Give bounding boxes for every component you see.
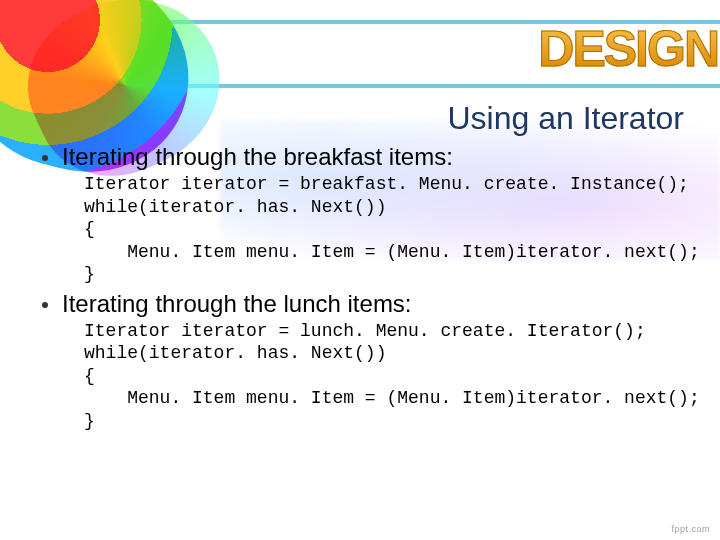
code-line: Menu. Item menu. Item = (Menu. Item)iter…: [84, 242, 700, 262]
code-line: }: [84, 411, 95, 431]
slide: DESIGN Using an Iterator Iterating throu…: [0, 0, 720, 540]
bullet-text: Iterating through the breakfast items:: [62, 143, 453, 171]
code-line: Iterator iterator = lunch. Menu. create.…: [84, 321, 646, 341]
code-line: }: [84, 264, 95, 284]
bullet-dot-icon: [42, 302, 48, 308]
code-line: Menu. Item menu. Item = (Menu. Item)iter…: [84, 388, 700, 408]
slide-title: Using an Iterator: [36, 100, 684, 137]
list-item: Iterating through the breakfast items: I…: [42, 143, 684, 286]
bullet-text: Iterating through the lunch items:: [62, 290, 412, 318]
slide-content: Using an Iterator Iterating through the …: [0, 0, 720, 432]
code-line: Iterator iterator = breakfast. Menu. cre…: [84, 174, 689, 194]
code-block: Iterator iterator = lunch. Menu. create.…: [84, 320, 684, 433]
bullet-list: Iterating through the breakfast items: I…: [36, 143, 684, 432]
bullet-dot-icon: [42, 155, 48, 161]
code-line: while(iterator. has. Next()): [84, 197, 386, 217]
bullet-row: Iterating through the lunch items:: [42, 290, 684, 318]
code-line: {: [84, 366, 95, 386]
footer-credit: fppt.com: [671, 524, 710, 534]
code-line: while(iterator. has. Next()): [84, 343, 386, 363]
code-line: {: [84, 219, 95, 239]
code-block: Iterator iterator = breakfast. Menu. cre…: [84, 173, 684, 286]
list-item: Iterating through the lunch items: Itera…: [42, 290, 684, 433]
bullet-row: Iterating through the breakfast items:: [42, 143, 684, 171]
